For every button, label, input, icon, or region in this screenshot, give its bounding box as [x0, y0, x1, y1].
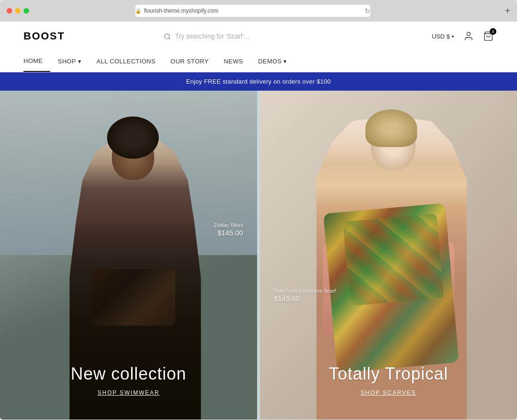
url-text: flourish-theme.myshopify.com: [144, 8, 219, 14]
minimize-button[interactable]: [15, 8, 21, 14]
hero-overlay-right: Totally Tropical SHOP SCARVES: [260, 364, 517, 396]
browser-chrome: 🔒 flourish-theme.myshopify.com ↻ +: [0, 0, 517, 22]
account-icon[interactable]: [463, 31, 474, 41]
hero-title-left: New collection: [0, 364, 257, 384]
product-label-bikini: Zodiac Bikini $145.00: [214, 222, 243, 237]
main-nav: HOME SHOP ▾ ALL COLLECTIONS OUR STORY NE…: [24, 51, 494, 72]
announcement-bar: Enjoy FREE standard delivery on orders o…: [0, 72, 517, 91]
chevron-down-icon: ▾: [283, 58, 287, 65]
nav-item-shop[interactable]: SHOP ▾: [50, 51, 89, 71]
search-icon: [164, 32, 171, 40]
hero-panel-right: Tutti Frutti Cashmere Scarf $145.00 Tota…: [260, 91, 517, 420]
currency-selector[interactable]: USD $ ▾: [432, 33, 454, 40]
nav-item-news[interactable]: NEWS: [216, 51, 251, 71]
browser-traffic-lights: [7, 8, 29, 14]
search-placeholder: Try searching for 'Scarf'...: [175, 32, 249, 40]
search-bar[interactable]: Try searching for 'Scarf'...: [164, 32, 352, 40]
product-price: $145.00: [274, 295, 336, 303]
hero-cta-swimwear[interactable]: SHOP SWIMWEAR: [0, 389, 257, 396]
nav-item-our-story[interactable]: OUR STORY: [163, 51, 216, 71]
header-top: BOOST Try searching for 'Scarf'... USD $…: [24, 22, 494, 51]
hero-overlay-left: New collection SHOP SWIMWEAR: [0, 364, 257, 396]
announcement-text: Enjoy FREE standard delivery on orders o…: [186, 78, 331, 85]
refresh-button[interactable]: ↻: [365, 7, 370, 15]
product-price: $145.00: [214, 229, 243, 237]
lock-icon: 🔒: [135, 8, 141, 14]
address-bar[interactable]: 🔒 flourish-theme.myshopify.com ↻: [135, 5, 370, 17]
nav-item-all-collections[interactable]: ALL COLLECTIONS: [89, 51, 163, 71]
new-tab-button[interactable]: +: [505, 6, 510, 16]
maximize-button[interactable]: [24, 8, 29, 14]
svg-line-1: [169, 38, 171, 39]
website-content: BOOST Try searching for 'Scarf'... USD $…: [0, 22, 517, 420]
currency-label: USD $: [432, 33, 450, 40]
chevron-down-icon: ▾: [452, 34, 454, 39]
product-label-scarf: Tutti Frutti Cashmere Scarf $145.00: [274, 288, 336, 303]
hero-panel-left: Zodiac Bikini $145.00 New collection SHO…: [0, 91, 257, 420]
nav-item-home[interactable]: HOME: [24, 51, 50, 72]
hero-title-right: Totally Tropical: [260, 364, 517, 384]
hero-cta-scarves[interactable]: SHOP SCARVES: [260, 389, 517, 396]
site-logo[interactable]: BOOST: [24, 30, 65, 42]
nav-item-demos[interactable]: DEMOS ▾: [251, 51, 295, 71]
cart-count: 0: [490, 28, 496, 35]
close-button[interactable]: [7, 8, 12, 14]
svg-point-0: [164, 34, 170, 39]
cart-button[interactable]: 0: [483, 31, 494, 41]
site-header: BOOST Try searching for 'Scarf'... USD $…: [0, 22, 517, 72]
product-name: Tutti Frutti Cashmere Scarf: [274, 288, 336, 294]
product-name: Zodiac Bikini: [214, 222, 243, 228]
svg-point-2: [467, 32, 470, 36]
header-actions: USD $ ▾ 0: [432, 31, 494, 41]
chevron-down-icon: ▾: [78, 58, 82, 65]
hero-section: Zodiac Bikini $145.00 New collection SHO…: [0, 91, 517, 420]
